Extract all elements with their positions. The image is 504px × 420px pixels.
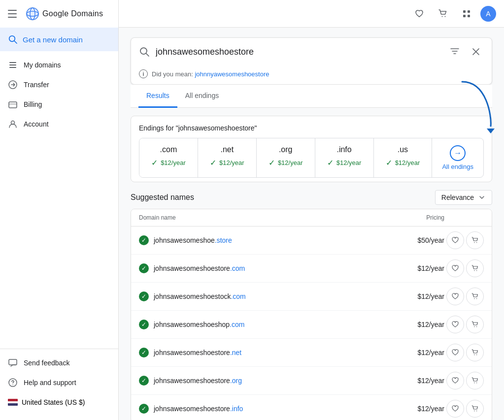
row-actions xyxy=(444,231,484,249)
sidebar-item-account[interactable]: Account xyxy=(0,114,118,134)
svg-point-17 xyxy=(445,16,446,17)
check-icon-info: ✓ xyxy=(327,158,334,167)
did-you-mean-link[interactable]: johnnyawesomeshoestore xyxy=(195,70,269,78)
favorites-button[interactable] xyxy=(409,4,429,24)
get-new-domain-button[interactable]: Get a new domain xyxy=(0,28,118,51)
apps-button[interactable] xyxy=(457,4,476,24)
cart-add-icon xyxy=(471,377,479,385)
add-to-cart-button[interactable] xyxy=(466,400,484,418)
heart-outline-icon xyxy=(451,236,459,244)
row-price: $12/year xyxy=(385,405,444,413)
save-domain-button[interactable] xyxy=(446,231,464,249)
save-domain-button[interactable] xyxy=(446,400,464,418)
save-domain-button[interactable] xyxy=(446,344,464,361)
sidebar-item-send-feedback[interactable]: Send feedback xyxy=(0,353,118,373)
row-price: $12/year xyxy=(385,349,444,356)
add-to-cart-button[interactable] xyxy=(466,316,484,333)
domain-name: johnsawesomeshoestore.com xyxy=(154,264,245,272)
row-actions xyxy=(444,288,484,305)
add-to-cart-button[interactable] xyxy=(466,288,484,305)
sidebar-item-billing[interactable]: Billing xyxy=(0,95,118,114)
row-domain: ✓ johnsawesomeshoestore.net xyxy=(139,348,385,357)
svg-rect-20 xyxy=(463,15,466,17)
ending-net[interactable]: .net ✓ $12/year xyxy=(198,138,257,177)
add-to-cart-button[interactable] xyxy=(466,259,484,277)
row-price: $12/year xyxy=(385,377,444,385)
search-area: i Did you mean: johnnyawesomeshoestore xyxy=(131,37,492,85)
table-header: Domain name Pricing xyxy=(131,209,492,226)
search-clear-button[interactable] xyxy=(468,44,484,60)
search-input[interactable] xyxy=(156,47,441,57)
sidebar-item-my-domains[interactable]: My domains xyxy=(0,55,118,75)
cart-button[interactable] xyxy=(433,4,453,24)
hamburger-icon[interactable] xyxy=(8,8,20,20)
ending-org[interactable]: .org ✓ $12/year xyxy=(257,138,315,177)
all-endings-button[interactable]: → All endings xyxy=(432,138,483,177)
logo-container: Google Domains xyxy=(26,7,103,21)
col-pricing-header: Pricing xyxy=(385,214,444,221)
svg-rect-11 xyxy=(9,103,17,105)
domain-ext: .com xyxy=(231,292,245,300)
main-content: A i xyxy=(119,0,504,420)
table-row[interactable]: ✓ johnsawesomeshoestore.com $12/year xyxy=(131,255,492,283)
us-flag-icon xyxy=(8,399,18,406)
row-price: $50/year xyxy=(385,236,444,244)
ending-info[interactable]: .info ✓ $12/year xyxy=(315,138,374,177)
table-row[interactable]: ✓ johnsawesomeshoe.store $50/year xyxy=(131,226,492,255)
locale-item[interactable]: United States (US $) xyxy=(0,392,118,412)
save-domain-button[interactable] xyxy=(446,259,464,277)
domain-ext: .org xyxy=(230,377,242,385)
add-to-cart-button[interactable] xyxy=(466,372,484,389)
row-actions xyxy=(444,372,484,389)
user-avatar[interactable]: A xyxy=(480,6,496,22)
col-domain-header: Domain name xyxy=(139,214,385,221)
row-domain: ✓ johnsawesomeshoeshop.com xyxy=(139,320,385,329)
ending-com[interactable]: .com ✓ $12/year xyxy=(139,138,198,177)
list-icon xyxy=(8,60,18,70)
relevance-sort[interactable]: Relevance xyxy=(435,190,492,205)
svg-point-34 xyxy=(474,298,475,299)
add-to-cart-button[interactable] xyxy=(466,344,484,361)
svg-point-31 xyxy=(476,242,477,243)
table-row[interactable]: ✓ johnsawesomeshoeshop.com $12/year xyxy=(131,311,492,339)
tab-all-endings[interactable]: All endings xyxy=(177,85,227,108)
ending-name-net: .net xyxy=(204,145,250,154)
save-domain-button[interactable] xyxy=(446,288,464,305)
sort-label: Relevance xyxy=(441,194,474,201)
google-domains-logo xyxy=(26,7,39,21)
ending-check-net: ✓ $12/year xyxy=(204,158,250,167)
heart-icon xyxy=(414,9,424,19)
sidebar-item-transfer[interactable]: Transfer xyxy=(0,75,118,95)
svg-rect-18 xyxy=(463,10,466,13)
svg-line-5 xyxy=(14,41,17,43)
row-price: $12/year xyxy=(385,292,444,300)
search-icon xyxy=(8,34,18,44)
save-domain-button[interactable] xyxy=(446,316,464,333)
suggested-title: Suggested names xyxy=(131,193,194,202)
svg-point-30 xyxy=(474,242,475,243)
tab-results[interactable]: Results xyxy=(138,85,177,108)
close-icon xyxy=(471,47,480,56)
ending-us[interactable]: .us ✓ $12/year xyxy=(374,138,433,177)
add-to-cart-button[interactable] xyxy=(466,231,484,249)
table-row[interactable]: ✓ johnsawesomeshoestore.net $12/year xyxy=(131,339,492,367)
table-row[interactable]: ✓ johnsawesomeshoestore.org $12/year xyxy=(131,367,492,395)
available-icon: ✓ xyxy=(139,320,149,329)
search-filter-button[interactable] xyxy=(447,44,462,60)
table-row[interactable]: ✓ johnsawesomeshoestock.com $12/year xyxy=(131,283,492,311)
row-domain: ✓ johnsawesomeshoestore.info xyxy=(139,404,385,414)
sidebar: Google Domains Get a new domain My domai… xyxy=(0,0,119,420)
table-row[interactable]: ✓ johnsawesomeshoestore.info $12/year xyxy=(131,395,492,420)
chevron-down-icon xyxy=(478,194,486,201)
available-icon: ✓ xyxy=(139,263,149,273)
apps-icon xyxy=(462,9,471,19)
ending-check-us: ✓ $12/year xyxy=(380,158,426,167)
search-label: Get a new domain xyxy=(23,35,83,44)
domain-name: johnsawesomeshoestore.org xyxy=(154,377,242,385)
svg-line-23 xyxy=(146,54,149,57)
endings-grid: .com ✓ $12/year .net ✓ $12/year .org ✓ $… xyxy=(139,138,484,178)
save-domain-button[interactable] xyxy=(446,372,464,389)
ending-name-com: .com xyxy=(145,145,192,154)
svg-rect-8 xyxy=(9,67,16,68)
sidebar-item-help-support[interactable]: Help and support xyxy=(0,373,118,392)
